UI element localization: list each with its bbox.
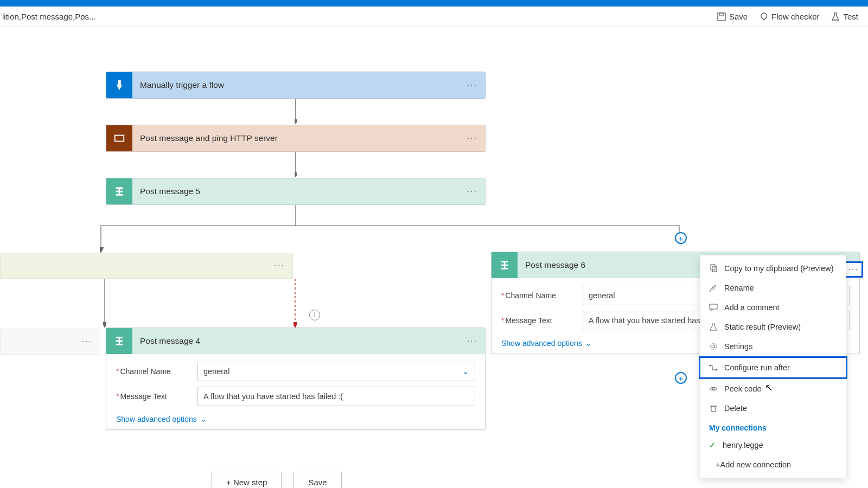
collapsed-branch-step[interactable]: ··· <box>0 253 293 279</box>
step-menu-button[interactable]: ··· <box>459 80 485 90</box>
slack-icon <box>106 178 132 204</box>
trigger-icon <box>106 72 132 98</box>
menu-delete[interactable]: Delete <box>700 399 846 418</box>
scope-icon <box>106 125 132 151</box>
flask-icon <box>831 12 840 21</box>
comment-icon <box>709 303 718 312</box>
field-label-channel: *Channel Name <box>501 291 583 300</box>
step-title: Manually trigger a flow <box>132 80 459 90</box>
menu-static-result[interactable]: Static result (Preview) <box>700 317 846 337</box>
slack-icon <box>492 252 518 278</box>
menu-settings[interactable]: Settings <box>700 337 846 356</box>
menu-section-my-connections: My connections <box>700 418 846 435</box>
show-advanced-link[interactable]: Show advanced options⌄ <box>116 415 207 423</box>
menu-add-connection[interactable]: +Add new connection <box>700 455 846 474</box>
field-label-message: *Message Text <box>501 316 583 325</box>
check-icon: ✓ <box>709 441 716 450</box>
step-menu-button[interactable]: ··· <box>459 187 485 196</box>
step-title: Post message 5 <box>132 187 459 196</box>
trash-icon <box>709 404 718 413</box>
flow-toolbar: lition,Post message,Pos... Save Flow che… <box>0 7 868 27</box>
save-icon <box>717 12 726 21</box>
collapsed-branch-step-2[interactable]: ··· <box>0 329 100 355</box>
flow-canvas: Manually trigger a flow ··· Post message… <box>0 27 868 488</box>
svg-point-14 <box>712 388 714 390</box>
copy-icon <box>709 264 718 273</box>
step-menu-button[interactable]: ··· <box>459 133 485 143</box>
menu-copy-clipboard[interactable]: Copy to my clipboard (Preview) <box>700 259 846 278</box>
svg-rect-15 <box>711 406 716 412</box>
menu-connection-item[interactable]: ✓henry.legge <box>700 435 846 455</box>
svg-rect-8 <box>712 266 717 272</box>
message-input[interactable]: A flow that you have started has failed … <box>197 387 475 406</box>
chevron-down-icon: ⌄ <box>200 415 207 423</box>
mouse-cursor: ↖ <box>765 382 773 394</box>
save-label: Save <box>729 12 748 21</box>
menu-add-comment[interactable]: Add a comment <box>700 298 846 317</box>
svg-point-13 <box>716 369 718 371</box>
menu-configure-run-after[interactable]: Configure run after <box>699 356 847 379</box>
card-title: Post message 4 <box>132 336 459 346</box>
show-advanced-link[interactable]: Show advanced options⌄ <box>501 339 592 348</box>
save-button[interactable]: Save <box>717 12 748 21</box>
test-button[interactable]: Test <box>831 12 858 21</box>
card-menu-button-highlighted[interactable]: ··· <box>844 261 863 278</box>
flask-icon <box>709 323 718 331</box>
step-menu-button[interactable]: ··· <box>267 261 292 271</box>
svg-rect-7 <box>711 265 715 270</box>
checker-label: Flow checker <box>771 12 819 21</box>
card-post-message-4: Post message 4 ··· *Channel Name general… <box>106 328 486 430</box>
save-flow-button[interactable]: Save <box>293 472 341 488</box>
step-title: Post message and ping HTTP server <box>132 133 459 143</box>
step-scope[interactable]: Post message and ping HTTP server ··· <box>106 125 486 152</box>
step-post-message-5[interactable]: Post message 5 ··· <box>106 178 486 205</box>
insert-step-button[interactable]: + <box>675 372 687 384</box>
context-menu: Copy to my clipboard (Preview) Rename Ad… <box>700 255 846 478</box>
pencil-icon <box>709 284 718 292</box>
gear-icon <box>709 342 718 351</box>
chevron-down-icon: ⌄ <box>462 367 469 376</box>
menu-peek-code[interactable]: Peek code <box>700 379 846 399</box>
card-header[interactable]: Post message 4 ··· <box>106 328 485 354</box>
card-menu-button[interactable]: ··· <box>459 336 485 346</box>
eye-icon <box>709 384 718 393</box>
insert-step-button[interactable]: + <box>675 232 687 244</box>
app-topbar <box>0 0 868 7</box>
slack-icon <box>106 328 132 354</box>
svg-rect-0 <box>718 13 725 21</box>
menu-rename[interactable]: Rename <box>700 278 846 298</box>
flow-checker-button[interactable]: Flow checker <box>760 12 819 21</box>
channel-select[interactable]: general⌄ <box>197 362 475 381</box>
step-menu-button[interactable]: ··· <box>74 337 100 346</box>
svg-rect-6 <box>115 136 124 142</box>
svg-rect-9 <box>710 304 717 309</box>
svg-point-12 <box>710 365 711 367</box>
svg-point-10 <box>712 345 715 348</box>
info-icon[interactable]: i <box>309 310 320 320</box>
breadcrumb: lition,Post message,Pos... <box>0 12 96 21</box>
runafter-icon <box>709 363 718 372</box>
checker-icon <box>760 12 768 21</box>
field-label-channel: *Channel Name <box>116 367 197 376</box>
field-label-message: *Message Text <box>116 392 197 401</box>
svg-point-11 <box>710 343 717 350</box>
test-label: Test <box>843 12 858 21</box>
svg-rect-1 <box>719 13 724 16</box>
chevron-down-icon: ⌄ <box>585 339 592 348</box>
step-trigger[interactable]: Manually trigger a flow ··· <box>106 72 486 99</box>
new-step-button[interactable]: + New step <box>212 472 282 488</box>
